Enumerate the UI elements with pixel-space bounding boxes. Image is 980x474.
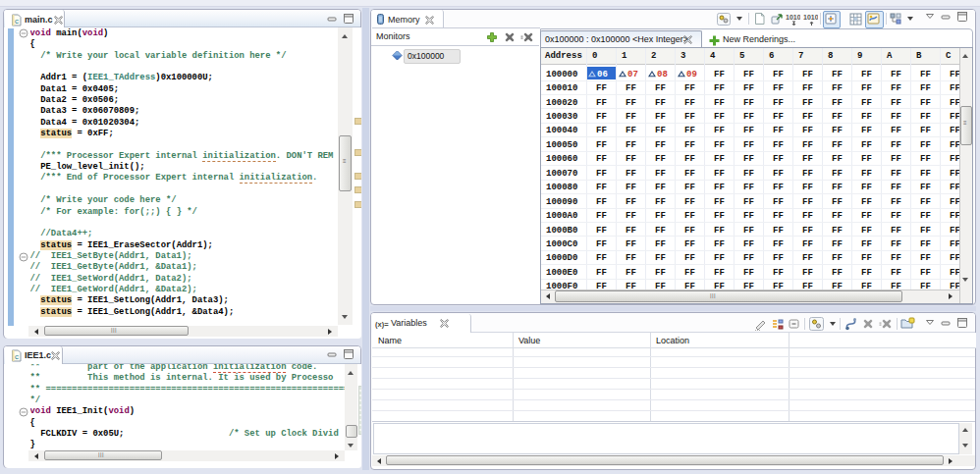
svg-text:1010: 1010 bbox=[786, 14, 800, 21]
svg-text:c: c bbox=[15, 352, 19, 361]
svg-text:1010: 1010 bbox=[803, 14, 818, 21]
svg-text:c: c bbox=[15, 17, 19, 26]
